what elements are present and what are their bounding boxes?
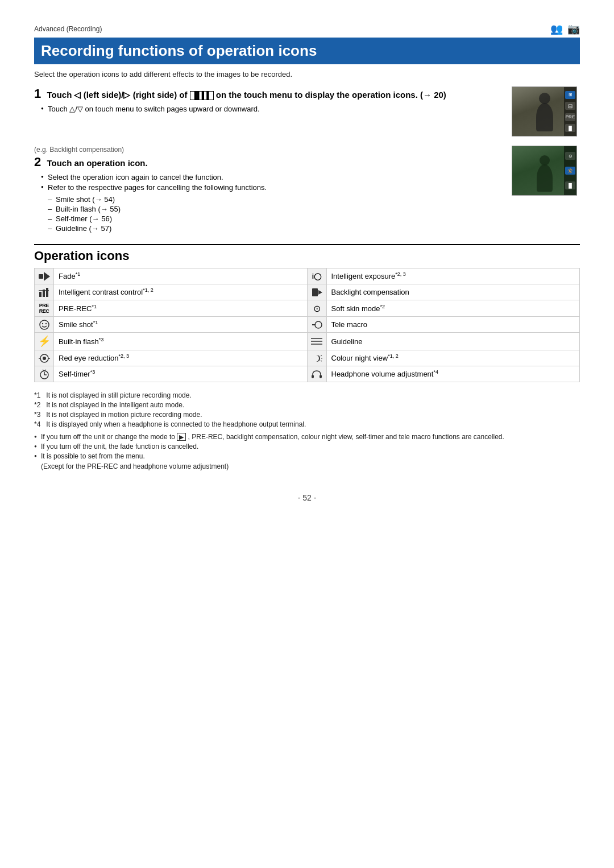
step-1-content: 1 Touch ◁ (left side)/▷ (right side) of …: [34, 86, 503, 117]
step-2-dashes: Smile shot (→ 54) Built-in flash (→ 55) …: [48, 195, 503, 233]
step-1-image: ⊞ ⊟ PRE ▐▌: [512, 86, 580, 137]
table-cell-smile: Smile shot*1: [35, 317, 308, 333]
softsk-icon: ⊙: [308, 300, 327, 316]
footnote-bullets: If you turn off the unit or change the m…: [34, 433, 580, 460]
guideline-icon: [308, 333, 327, 350]
step-2-bullets: Select the operation icon again to cance…: [41, 173, 503, 192]
table-cell-flash: ⚡ Built-in flash*3: [35, 333, 308, 350]
table-cell-redeye: Red eye reduction*2, 3: [35, 350, 308, 366]
table-cell-guideline: Guideline: [308, 333, 580, 350]
video-icon: 👥: [550, 23, 563, 35]
guideline-label: Guideline: [327, 336, 580, 348]
smile-icon: [35, 317, 54, 332]
section-label: Advanced (Recording): [34, 25, 102, 33]
step-1-section: 1 Touch ◁ (left side)/▷ (right side) of …: [34, 86, 580, 137]
op-icons-table: Fade*1 i◯ Intelligent exposure*2, 3 Inte…: [34, 268, 580, 382]
svg-marker-7: [318, 290, 322, 295]
telemacro-icon: [308, 317, 327, 332]
headphone-label: Headphone volume adjustment*4: [327, 367, 580, 380]
step-2-dash-4: Guideline (→ 57): [48, 224, 503, 233]
op-icons-section: Operation icons Fade*1 i◯ Intelligent ex…: [34, 244, 580, 382]
footnote-except: (Except for the PRE-REC and headphone vo…: [41, 462, 580, 470]
overlay-icon-1: ⊞: [565, 91, 575, 99]
step-2-subtitle: (e.g. Backlight compensation): [34, 146, 503, 154]
svg-rect-29: [312, 375, 314, 378]
step-1-bullet-1: Touch △/▽ on touch menu to switch pages …: [41, 105, 503, 113]
backlight-icon: [308, 284, 327, 300]
step-1-title: Touch ◁ (left side)/▷ (right side) of ▐▌…: [47, 90, 446, 100]
footnotes-section: *1 It is not displayed in still picture …: [34, 391, 580, 470]
step-2-dash-3: Self-timer (→ 56): [48, 214, 503, 223]
backlight-label: Backlight compensation: [327, 286, 580, 298]
camera-icon: 📷: [567, 23, 580, 35]
step-1-number: 1: [34, 86, 41, 101]
intexp-icon: i◯: [308, 268, 327, 284]
redeye-icon: [35, 350, 54, 366]
svg-point-18: [43, 357, 46, 360]
svg-point-8: [40, 320, 49, 329]
icc-label: Intelligent contrast control*1, 2: [54, 286, 307, 298]
step-2-image: ⊙ 🔆 ▐▌: [512, 146, 580, 196]
step-2-dash-2: Built-in flash (→ 55): [48, 205, 503, 213]
telemacro-label: Tele macro: [327, 319, 580, 330]
step-2-bullet-2: Refer to the respective pages for cancel…: [41, 183, 503, 192]
overlay2-icon-2: 🔆: [565, 167, 575, 175]
svg-point-9: [42, 323, 43, 324]
footnote-1: *1 It is not displayed in still picture …: [34, 391, 580, 399]
table-cell-intexp: i◯ Intelligent exposure*2, 3: [308, 268, 580, 284]
svg-rect-6: [312, 288, 318, 296]
svg-point-10: [45, 323, 46, 324]
table-cell-telemacro: Tele macro: [308, 317, 580, 333]
footnote-4: *4 It is displayed only when a headphone…: [34, 420, 580, 428]
table-cell-colnight: Colour night view*1, 2: [308, 350, 580, 366]
svg-rect-30: [320, 375, 322, 378]
footnote-bullet-2: If you turn off the unit, the fade funct…: [34, 443, 580, 450]
svg-rect-2: [39, 292, 42, 297]
fade-icon: [35, 268, 54, 284]
colnight-icon: [308, 350, 327, 366]
top-icon-group: 👥 📷: [550, 23, 580, 35]
footnote-3: *3 It is not displayed in motion picture…: [34, 411, 580, 419]
svg-rect-0: [39, 274, 43, 279]
page-title-bar: Recording functions of operation icons: [34, 38, 580, 64]
selftimer-icon: [35, 366, 54, 382]
footnote-bullet-1: If you turn off the unit or change the m…: [34, 433, 580, 441]
svg-marker-1: [44, 272, 50, 281]
overlay-icon-3: PRE: [565, 113, 575, 121]
table-cell-selftimer: Self-timer*3: [35, 366, 308, 382]
overlay-icon-2: ⊟: [565, 102, 575, 110]
table-cell-softsk: ⊙ Soft skin mode*2: [308, 300, 580, 317]
overlay2-icon-1: ⊙: [565, 152, 575, 160]
step-1-image-placeholder: ⊞ ⊟ PRE ▐▌: [512, 86, 577, 137]
svg-line-21: [321, 356, 322, 356]
colnight-label: Colour night view*1, 2: [327, 352, 580, 364]
selftimer-label: Self-timer*3: [54, 367, 307, 380]
footnote-bullet-3: It is possible to set from the menu.: [34, 452, 580, 460]
step-2-bullet-1: Select the operation icon again to cance…: [41, 173, 503, 181]
svg-rect-4: [46, 288, 48, 297]
icc-icon: [35, 284, 54, 300]
table-cell-backlight: Backlight compensation: [308, 284, 580, 300]
prerec-label: PRE-REC*1: [54, 302, 307, 315]
softsk-label: Soft skin mode*2: [327, 302, 580, 315]
fade-label: Fade*1: [54, 270, 307, 282]
page-number: - 52 -: [34, 493, 580, 502]
step-2-text: 2 Touch an operation icon.: [34, 155, 503, 170]
table-cell-prerec: PREREC PRE-REC*1: [35, 300, 308, 317]
smile-label: Smile shot*1: [54, 318, 307, 330]
overlay2-icon-3: ▐▌: [565, 181, 575, 189]
step-2-title: Touch an operation icon.: [47, 158, 147, 168]
prerec-icon: PREREC: [35, 300, 54, 316]
intexp-label: Intelligent exposure*2, 3: [327, 270, 580, 282]
headphone-icon: [308, 366, 327, 382]
table-cell-headphone: Headphone volume adjustment*4: [308, 366, 580, 382]
step-1-text: 1 Touch ◁ (left side)/▷ (right side) of …: [34, 86, 503, 101]
step-2-content: (e.g. Backlight compensation) 2 Touch an…: [34, 146, 503, 235]
overlay-icon-4: ▐▌: [565, 124, 575, 132]
step-1-bullets: Touch △/▽ on touch menu to switch pages …: [41, 105, 503, 113]
table-cell-fade: Fade*1: [35, 268, 308, 284]
step-2-section: (e.g. Backlight compensation) 2 Touch an…: [34, 146, 580, 235]
svg-line-23: [321, 361, 322, 361]
page-title: Recording functions of operation icons: [41, 42, 573, 60]
step-2-image-placeholder: ⊙ 🔆 ▐▌: [512, 146, 577, 196]
